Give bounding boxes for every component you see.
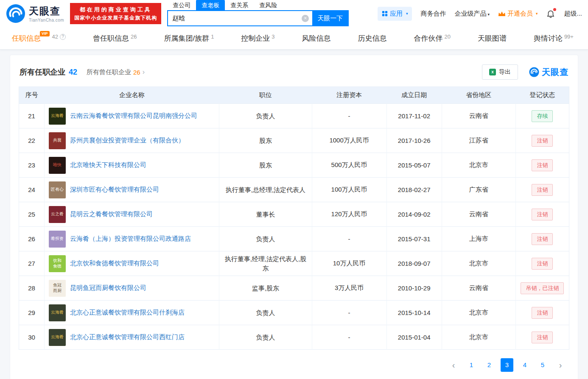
search-tabs: 查公司查老板查关系查风险 <box>167 0 349 10</box>
capital-cell: 100万人民币 <box>312 178 386 202</box>
status-badge: 存续 <box>532 110 553 122</box>
capital-cell: 500万人民币 <box>312 153 386 178</box>
pagination-page[interactable]: 2 <box>483 358 496 372</box>
pagination-next[interactable]: › <box>554 358 567 372</box>
table-row: 28鱼冠而厨昆明鱼冠而厨餐饮有限公司监事,股东3万人民币2010-10-29云南… <box>19 276 569 301</box>
tab-item[interactable]: 曾任职信息26 <box>93 27 137 49</box>
position-cell: 股东 <box>219 153 312 178</box>
serial-number-cell: 30 <box>19 325 45 350</box>
tab-item[interactable]: 任职信息VIP42? <box>12 27 66 49</box>
position-cell: 负责人 <box>219 301 312 325</box>
header-menu: 应用 ▾ 商务合作 企业级产品▾ 开通会员 ▾ 超级... <box>378 7 582 21</box>
tab-label: 舆情讨论 <box>534 33 563 43</box>
region-cell: 北京市 <box>442 153 515 178</box>
former-companies-link[interactable]: 所有曾任职企业 26 › <box>87 68 145 76</box>
search-tab[interactable]: 查风险 <box>254 0 283 10</box>
company-link[interactable]: 深圳市匠有心餐饮管理有限公司 <box>70 185 159 194</box>
brand-watermark: 天眼查 <box>529 67 568 78</box>
tab-item[interactable]: 合作伙伴20 <box>414 27 450 49</box>
status-badge: 注销 <box>532 159 553 171</box>
enterprise-products-label: 企业级产品 <box>454 10 486 17</box>
established-date-cell: 2017-11-02 <box>386 104 442 128</box>
capital-cell: - <box>312 301 386 325</box>
company-link[interactable]: 云南云海肴餐饮管理有限公司昆明南强分公司 <box>70 111 197 120</box>
tab-count: 42 <box>52 33 58 40</box>
company-link[interactable]: 北京唯快天下科技有限公司 <box>70 161 146 169</box>
serial-number-cell: 21 <box>19 104 45 128</box>
info-icon: ? <box>60 34 66 40</box>
site-logo[interactable]: 天眼查 TianYanCha.com <box>6 4 64 23</box>
company-cell: 共襄苏州共襄创业投资管理企业（有限合伙） <box>45 128 219 153</box>
table-row: 25云之肴昆明云之肴餐饮管理有限公司董事长120万人民币2014-09-02云南… <box>19 202 569 227</box>
vip-badge: VIP <box>40 31 50 36</box>
capital-cell: - <box>312 227 386 251</box>
pagination-page[interactable]: 4 <box>518 358 531 372</box>
company-link[interactable]: 昆明鱼冠而厨餐饮有限公司 <box>70 284 146 292</box>
tab-count: 26 <box>131 33 137 40</box>
tab-item[interactable]: 天眼图谱 <box>478 27 507 49</box>
status-badge: 吊销，已注销 <box>521 282 564 294</box>
serial-number-cell: 28 <box>19 276 45 301</box>
top-header: 天眼查 TianYanCha.com 都在用的商业查询工具 国家中小企业发展子基… <box>0 0 588 27</box>
status-badge: 注销 <box>532 332 553 343</box>
tab-item[interactable]: 历史信息 <box>358 27 387 49</box>
status-cell: 注销 <box>515 202 569 227</box>
position-cell: 监事,股东 <box>219 276 312 301</box>
search-tab[interactable]: 查老板 <box>196 0 225 10</box>
super-vip-link[interactable]: 超级... <box>564 10 582 18</box>
company-link[interactable]: 北京心正意诚餐饮管理有限公司什刹海店 <box>70 308 185 317</box>
status-cell: 注销 <box>515 227 569 251</box>
tab-item[interactable]: 风险信息 <box>302 27 331 49</box>
position-cell: 董事长 <box>219 202 312 227</box>
search-tab[interactable]: 查公司 <box>167 0 196 10</box>
position-cell: 股东 <box>219 128 312 153</box>
column-header: 省份地区 <box>442 87 515 104</box>
page-title: 所有任职企业 <box>20 67 65 77</box>
company-link[interactable]: 昆明云之肴餐饮管理有限公司 <box>70 210 153 218</box>
pagination: ‹12345› <box>19 350 569 378</box>
company-link[interactable]: 北京心正意诚餐饮管理有限公司西红门店 <box>70 333 185 341</box>
capital-cell: 1000万人民币 <box>312 128 386 153</box>
pagination-page[interactable]: 1 <box>465 358 478 372</box>
chevron-down-icon: ▾ <box>487 12 490 17</box>
company-cell: 唯快北京唯快天下科技有限公司 <box>45 153 219 178</box>
tab-item[interactable]: 所属集团/族群1 <box>164 27 214 49</box>
enterprise-products-link[interactable]: 企业级产品▾ <box>454 10 490 18</box>
pagination-page[interactable]: 3 <box>501 358 513 372</box>
position-cell: 负责人 <box>219 325 312 350</box>
notification-bell-icon[interactable] <box>546 9 555 18</box>
table-row: 27饮和食德北京饮和食德餐饮管理有限公司执行董事,经理,法定代表人,股东10万人… <box>19 251 569 276</box>
company-logo: 鱼冠而厨 <box>49 280 66 297</box>
tab-label: 天眼图谱 <box>478 33 507 43</box>
pagination-page[interactable]: 5 <box>536 358 549 372</box>
search-input[interactable] <box>168 15 312 22</box>
company-link[interactable]: 云海肴（上海）投资管理有限公司政通路店 <box>70 234 191 243</box>
tab-item[interactable]: 舆情讨论99+ <box>534 27 574 49</box>
tab-item[interactable]: 控制企业3 <box>241 27 274 49</box>
region-cell: 江苏省 <box>442 128 515 153</box>
status-cell: 存续 <box>515 104 569 128</box>
companies-table: 序号企业名称职位注册资本成立日期省份地区登记状态 21云海肴云南云海肴餐饮管理有… <box>19 86 569 350</box>
vip-upgrade-link[interactable]: 开通会员 ▾ <box>498 10 538 18</box>
table-header-row: 序号企业名称职位注册资本成立日期省份地区登记状态 <box>19 87 569 104</box>
column-header: 登记状态 <box>515 87 569 104</box>
established-date-cell: 2015-10-14 <box>386 301 442 325</box>
pagination-prev[interactable]: ‹ <box>447 358 460 372</box>
slogan-badge: 都在用的商业查询工具 国家中小企业发展子基金旗下机构 <box>70 3 161 25</box>
company-link[interactable]: 苏州共襄创业投资管理企业（有限合伙） <box>70 136 185 145</box>
serial-number-cell: 23 <box>19 153 45 178</box>
clear-search-icon[interactable]: × <box>302 15 309 22</box>
search-button[interactable]: 天眼一下 <box>312 11 348 25</box>
company-logo: 云海肴 <box>49 304 66 321</box>
company-link[interactable]: 北京饮和食德餐饮管理有限公司 <box>70 259 159 268</box>
vip-upgrade-label: 开通会员 <box>507 10 533 18</box>
tab-label: 历史信息 <box>358 33 387 43</box>
table-row: 29云海肴北京心正意诚餐饮管理有限公司什刹海店负责人-2015-10-14北京市… <box>19 301 569 325</box>
company-logo: 共襄 <box>49 132 66 149</box>
apps-button[interactable]: 应用 ▾ <box>378 7 412 21</box>
chevron-down-icon: ▾ <box>406 11 408 16</box>
chevron-right-icon: › <box>143 68 145 76</box>
export-button[interactable]: x 导出 <box>482 64 518 80</box>
business-coop-link[interactable]: 商务合作 <box>420 10 446 18</box>
search-tab[interactable]: 查关系 <box>225 0 254 10</box>
